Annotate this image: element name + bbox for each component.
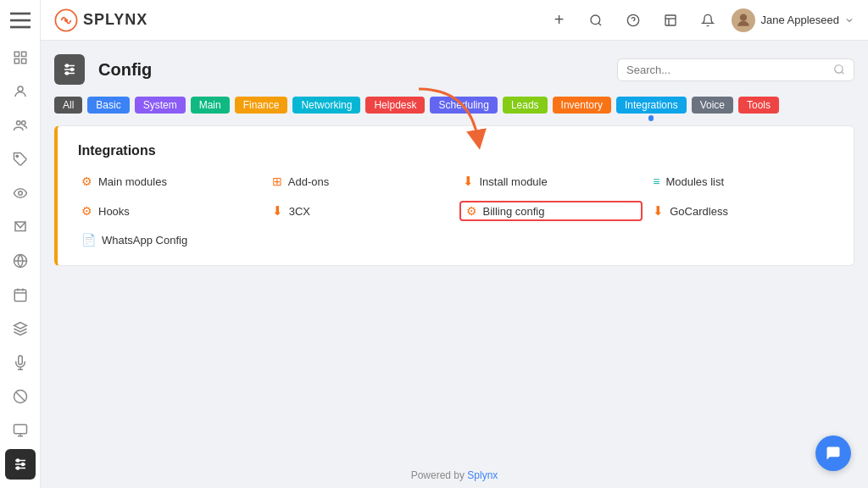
sidebar-item-dashboard[interactable]	[5, 42, 36, 73]
footer-link[interactable]: Splynx	[467, 469, 498, 481]
tab-all[interactable]: All	[54, 97, 82, 114]
sidebar-item-groups[interactable]	[5, 110, 36, 141]
install-module-icon: ⬇	[463, 174, 474, 189]
tab-helpdesk[interactable]: Helpdesk	[365, 97, 425, 114]
svg-rect-13	[14, 290, 26, 302]
bookmark-button[interactable]	[657, 7, 684, 34]
footer-text: Powered by	[411, 469, 465, 481]
svg-rect-3	[14, 52, 19, 56]
main-content: SPLYNX + Jane Appleseed	[41, 0, 868, 488]
main-modules-icon: ⚙	[81, 175, 92, 188]
navbar: SPLYNX + Jane Appleseed	[41, 0, 868, 41]
modules-list-icon: ≡	[653, 175, 659, 188]
tab-networking[interactable]: Networking	[292, 97, 360, 114]
avatar	[732, 8, 755, 32]
sidebar-item-voice[interactable]	[5, 347, 36, 378]
chat-bubble[interactable]	[815, 435, 851, 471]
svg-point-45	[66, 72, 69, 75]
addons-label: Add-ons	[288, 175, 329, 188]
hooks-label: Hooks	[98, 205, 130, 218]
add-button[interactable]: +	[545, 7, 572, 34]
logo: SPLYNX	[54, 8, 147, 32]
sidebar-item-network[interactable]	[5, 246, 36, 276]
svg-point-43	[66, 64, 69, 67]
tab-inventory[interactable]: Inventory	[553, 97, 611, 114]
svg-rect-21	[14, 424, 26, 434]
modules-list-label: Modules list	[665, 175, 724, 188]
sidebar-item-layers[interactable]	[5, 313, 36, 344]
gocardless-icon: ⬇	[653, 203, 664, 219]
whatsapp-label: WhatsApp Config	[102, 234, 187, 247]
help-button[interactable]	[620, 7, 647, 34]
gocardless-label: GoCardless	[670, 205, 728, 218]
hooks-icon: ⚙	[81, 204, 92, 218]
logo-text: SPLYNX	[83, 11, 147, 29]
svg-rect-36	[665, 15, 676, 25]
tab-leads[interactable]: Leads	[503, 97, 548, 114]
tab-integrations[interactable]: Integrations	[616, 97, 687, 114]
tab-main[interactable]: Main	[191, 97, 230, 114]
section-container: Integrations ⚙ Main modules ⊞ Add-ons ⬇ …	[54, 125, 854, 266]
svg-point-27	[16, 459, 19, 462]
whatsapp-icon: 📄	[81, 233, 96, 247]
tab-tools[interactable]: Tools	[738, 97, 779, 114]
svg-line-20	[15, 392, 25, 402]
svg-point-28	[21, 463, 24, 466]
search-input[interactable]	[626, 64, 833, 76]
svg-line-47	[842, 72, 844, 75]
list-item[interactable]: ⬇ GoCardless	[649, 201, 833, 221]
svg-point-39	[740, 14, 747, 20]
svg-point-11	[18, 191, 22, 196]
config-header: Config	[54, 54, 854, 85]
svg-point-9	[21, 121, 25, 125]
sidebar-item-monitoring[interactable]	[5, 178, 36, 208]
list-item[interactable]: ⬇ 3CX	[269, 201, 453, 221]
addons-icon: ⊞	[272, 175, 282, 188]
user-menu[interactable]: Jane Appleseed	[732, 8, 854, 32]
svg-line-33	[599, 23, 602, 25]
search-button[interactable]	[582, 7, 609, 34]
tab-system[interactable]: System	[135, 97, 186, 114]
sidebar-item-messages[interactable]	[5, 212, 36, 242]
list-item[interactable]: ⊞ Add-ons	[269, 172, 453, 191]
sidebar	[0, 0, 41, 488]
svg-point-8	[16, 121, 20, 125]
list-item[interactable]: ≡ Modules list	[649, 172, 833, 191]
billing-config-label: Billing config	[483, 205, 545, 218]
tab-voice[interactable]: Voice	[692, 97, 733, 114]
svg-point-32	[591, 15, 600, 25]
sidebar-item-block[interactable]	[5, 381, 36, 412]
search-box[interactable]	[617, 58, 854, 81]
svg-point-44	[71, 69, 74, 71]
sidebar-item-reports[interactable]	[5, 415, 36, 446]
billing-config-icon: ⚙	[466, 204, 477, 218]
sidebar-item-config[interactable]	[5, 449, 36, 480]
svg-point-46	[835, 65, 843, 73]
svg-rect-5	[21, 59, 25, 64]
list-item[interactable]: ⚙ Main modules	[78, 172, 262, 191]
search-icon	[833, 64, 845, 75]
svg-point-10	[16, 155, 18, 157]
sidebar-toggle[interactable]	[7, 7, 34, 34]
sidebar-item-tags[interactable]	[5, 144, 36, 175]
sidebar-item-calendar[interactable]	[5, 280, 36, 310]
tab-scheduling[interactable]: Scheduling	[430, 97, 497, 114]
svg-rect-6	[14, 59, 19, 64]
install-module-label: Install module	[480, 175, 548, 188]
list-item[interactable]: ⬇ Install module	[459, 172, 643, 191]
footer: Powered by Splynx	[41, 463, 868, 488]
main-modules-label: Main modules	[98, 175, 167, 188]
billing-config-item[interactable]: ⚙ Billing config	[459, 201, 643, 221]
svg-point-31	[64, 18, 68, 21]
3cx-label: 3CX	[289, 205, 310, 218]
svg-point-7	[18, 86, 23, 92]
svg-point-29	[16, 467, 19, 469]
tab-basic[interactable]: Basic	[87, 97, 129, 114]
tab-finance[interactable]: Finance	[235, 97, 288, 114]
sidebar-item-customers[interactable]	[5, 76, 36, 107]
list-item[interactable]: 📄 WhatsApp Config	[78, 231, 262, 248]
section-title: Integrations	[78, 143, 833, 158]
notifications-button[interactable]	[694, 7, 721, 34]
list-item[interactable]: ⚙ Hooks	[78, 201, 262, 221]
user-name: Jane Appleseed	[760, 14, 839, 26]
